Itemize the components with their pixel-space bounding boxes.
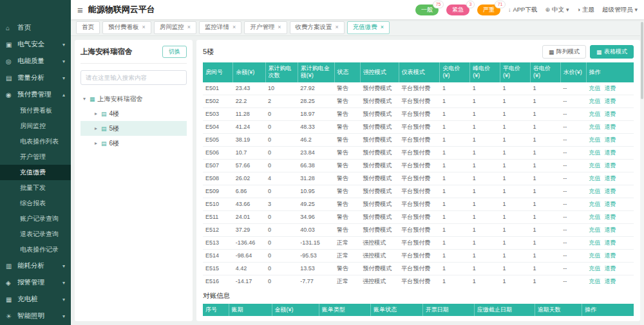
menu-toggle-icon[interactable]: ≡ [77,5,83,15]
sidebar-item-报警管理[interactable]: ◈报警管理▾ [0,274,71,291]
tab-监控详情[interactable]: 监控详情× [199,21,242,34]
table-cell: 1 [470,185,500,198]
tab-close-icon[interactable]: × [278,24,281,30]
scrollbar-thumb[interactable] [641,22,643,99]
view-mode-表格模式[interactable]: ▦表格模式 [590,45,634,59]
tree-node-6楼[interactable]: ▸▤6楼 [80,136,187,151]
alarm-badge-urgent[interactable]: 紧急 3 [446,5,469,15]
recharge-link[interactable]: 充值 [589,85,600,91]
tree-node-4楼[interactable]: ▸▤4楼 [80,106,187,121]
tab-close-icon[interactable]: × [142,24,146,30]
refund-link[interactable]: 退费 [604,162,616,169]
recharge-link[interactable]: 充值 [589,136,600,143]
column-header-累计购电次数: 累计购电次数 [265,62,298,82]
table-cell: 1 [530,172,560,185]
table-cell: E509 [203,185,233,198]
sidebar-item-电能质量[interactable]: ◎电能质量▾ [0,53,71,70]
tab-收费方案设置[interactable]: 收费方案设置× [290,21,345,34]
table-cell: 1 [530,133,560,146]
recharge-link[interactable]: 充值 [589,201,600,207]
switch-building-button[interactable]: 切换 [162,46,187,58]
recharge-link[interactable]: 充值 [589,124,600,130]
tree-node-root[interactable]: ▾ ▦ 上海安科瑞宿舍 [80,91,187,106]
tab-close-icon[interactable]: × [187,24,191,30]
app-download-link[interactable]: ↓ APP下载 [508,6,538,14]
tree-search-input[interactable] [80,70,187,85]
refund-link[interactable]: 退费 [604,265,616,272]
refund-link[interactable]: 退费 [604,111,616,117]
tab-close-icon[interactable]: × [336,24,339,30]
tab-开户管理[interactable]: 开户管理× [244,21,287,34]
sidebar-subitem-电表操作记录[interactable]: 电表操作记录 [0,242,71,257]
tree-node-5楼[interactable]: ▸▤5楼 [80,121,187,136]
tab-首页[interactable]: 首页 [76,21,100,34]
rooms-panel: 5楼 ▦阵列模式▦表格模式 房间号余额(¥)累计购电次数累计购电金额(¥)状态强… [196,40,640,321]
refund-link[interactable]: 退费 [604,227,616,233]
table-cell: 预付费模式 [360,82,399,95]
table-row: E513-136.460-131.15正常强控模式平台预付费1111--充值退费 [203,236,634,249]
sidebar-item-需量分析[interactable]: ▤需量分析▾ [0,70,71,86]
page-scrollbar[interactable] [640,19,644,325]
language-switcher[interactable]: ⊕ 中文 ▾ [545,6,569,14]
recharge-link[interactable]: 充值 [589,149,600,156]
refund-link[interactable]: 退费 [604,239,616,246]
sidebar-subitem-电表操作列表[interactable]: 电表操作列表 [0,134,71,149]
refund-link[interactable]: 退费 [604,85,616,91]
content-area: 上海安科瑞宿舍 切换 ▾ ▦ 上海安科瑞宿舍 ▸▤4楼▸▤5楼▸▤6楼 5楼 ▦… [71,36,644,325]
sidebar-subitem-开户管理[interactable]: 开户管理 [0,149,71,165]
refund-link[interactable]: 退费 [604,278,616,284]
recharge-link[interactable]: 充值 [589,98,600,104]
refund-link[interactable]: 退费 [604,214,616,220]
theme-switcher[interactable]: ◑ 主题 [577,6,594,14]
table-cell: E514 [203,249,233,262]
sidebar-subitem-预付费看板[interactable]: 预付费看板 [0,103,71,118]
recharge-link[interactable]: 充值 [589,278,600,284]
recharge-link[interactable]: 充值 [589,162,600,169]
refund-link[interactable]: 退费 [604,136,616,143]
recharge-link[interactable]: 充值 [589,175,600,181]
tab-房间监控[interactable]: 房间监控× [154,21,196,34]
table-cell: 49.25 [298,198,334,210]
user-menu[interactable]: 超级管理员 ▾ [602,6,638,14]
recharge-link[interactable]: 充值 [589,188,600,194]
recharge-link[interactable]: 充值 [589,214,600,220]
refund-link[interactable]: 退费 [604,188,616,194]
recharge-link[interactable]: 充值 [589,252,600,259]
sidebar-subitem-房间监控[interactable]: 房间监控 [0,118,71,134]
tab-close-icon[interactable]: × [381,24,384,30]
recharge-link[interactable]: 充值 [589,111,600,117]
refund-link[interactable]: 退费 [604,124,616,130]
table-row: E51237.29040.03警告预付费模式平台预付费1111--充值退费 [203,223,634,236]
sidebar-item-能耗分析[interactable]: ▥能耗分析▾ [0,257,71,274]
recharge-link[interactable]: 充值 [589,265,600,272]
sidebar-subitem-充值缴费[interactable]: 充值缴费 [0,165,71,180]
sidebar-subitem-账户记录查询[interactable]: 账户记录查询 [0,211,71,227]
recharge-link[interactable]: 充值 [589,227,600,233]
sidebar-item-充电桩[interactable]: ▦充电桩▾ [0,291,71,308]
sidebar-subitem-批量下发[interactable]: 批量下发 [0,180,71,196]
sidebar-subitem-综合报表[interactable]: 综合报表 [0,196,71,211]
alarm-badge-general[interactable]: 一般 75 [415,5,439,15]
refund-link[interactable]: 退费 [604,149,616,156]
refund-link[interactable]: 退费 [604,252,616,259]
alarm-badge-severe[interactable]: 严重 71 [477,5,500,15]
refund-link[interactable]: 退费 [604,175,616,181]
view-mode-阵列模式[interactable]: ▦阵列模式 [542,45,586,59]
refund-link[interactable]: 退费 [604,98,616,104]
tab-预付费看板[interactable]: 预付费看板× [102,21,151,34]
sidebar-item-首页[interactable]: ⌂首页 [0,19,71,36]
refund-link[interactable]: 退费 [604,201,616,207]
sidebar-item-预付费管理[interactable]: ◉预付费管理▴ [0,86,71,103]
table-cell: 1 [500,159,531,172]
sidebar-item-智能照明[interactable]: ☀智能照明▾ [0,308,71,324]
sidebar-subitem-退表记录查询[interactable]: 退表记录查询 [0,227,71,242]
recharge-link[interactable]: 充值 [589,239,600,246]
tab-close-icon[interactable]: × [232,24,236,30]
tab-充值缴费[interactable]: 充值缴费× [347,21,390,34]
reconciliation-title: 对账信息 [203,292,634,301]
table-row: E50222.2228.25警告预付费模式平台预付费1111--充值退费 [203,95,634,107]
table-cell: -- [560,249,586,262]
tree-panel-header: 上海安科瑞宿舍 切换 [80,46,187,64]
table-cell: -- [560,120,586,133]
sidebar-item-电气安全[interactable]: ▣电气安全▾ [0,36,71,53]
